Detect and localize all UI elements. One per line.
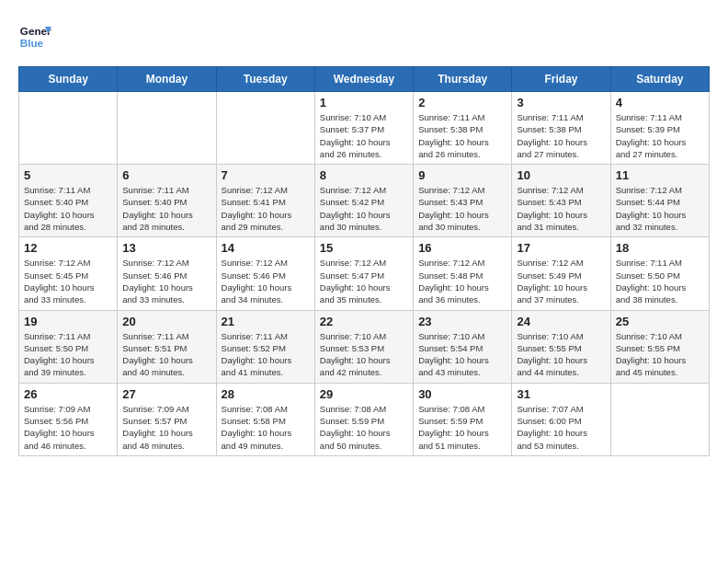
day-of-week-header: Thursday	[414, 67, 512, 92]
calendar-cell: 27Sunrise: 7:09 AMSunset: 5:57 PMDayligh…	[118, 383, 216, 455]
day-info: Sunrise: 7:10 AMSunset: 5:55 PMDaylight:…	[616, 330, 704, 379]
day-number: 17	[517, 241, 605, 255]
day-number: 1	[320, 96, 408, 109]
svg-text:Blue: Blue	[20, 37, 44, 49]
day-number: 13	[122, 241, 210, 255]
calendar-cell: 17Sunrise: 7:12 AMSunset: 5:49 PMDayligh…	[512, 237, 610, 310]
calendar-cell: 25Sunrise: 7:10 AMSunset: 5:55 PMDayligh…	[610, 310, 709, 383]
day-info: Sunrise: 7:08 AMSunset: 5:58 PMDaylight:…	[222, 403, 310, 452]
day-info: Sunrise: 7:12 AMSunset: 5:46 PMDaylight:…	[222, 257, 310, 305]
day-info: Sunrise: 7:12 AMSunset: 5:45 PMDaylight:…	[24, 257, 112, 305]
calendar-cell: 12Sunrise: 7:12 AMSunset: 5:45 PMDayligh…	[19, 237, 118, 310]
logo-icon: General Blue	[18, 18, 51, 52]
page-header: General Blue	[18, 18, 710, 52]
calendar-cell: 3Sunrise: 7:11 AMSunset: 5:38 PMDaylight…	[512, 92, 610, 165]
day-info: Sunrise: 7:12 AMSunset: 5:47 PMDaylight:…	[320, 257, 408, 305]
calendar-week-row: 19Sunrise: 7:11 AMSunset: 5:50 PMDayligh…	[19, 310, 710, 383]
calendar-cell: 6Sunrise: 7:11 AMSunset: 5:40 PMDaylight…	[118, 165, 216, 237]
calendar-week-row: 12Sunrise: 7:12 AMSunset: 5:45 PMDayligh…	[19, 237, 710, 310]
calendar-week-row: 1Sunrise: 7:10 AMSunset: 5:37 PMDaylight…	[19, 92, 710, 165]
day-number: 24	[517, 315, 605, 328]
day-number: 12	[24, 241, 112, 255]
day-number: 28	[222, 387, 310, 401]
day-info: Sunrise: 7:12 AMSunset: 5:42 PMDaylight:…	[320, 184, 408, 233]
svg-text:General: General	[20, 25, 51, 37]
day-number: 7	[222, 168, 310, 182]
day-number: 27	[122, 387, 210, 401]
day-number: 11	[616, 168, 704, 182]
calendar-header: SundayMondayTuesdayWednesdayThursdayFrid…	[19, 67, 710, 92]
day-info: Sunrise: 7:11 AMSunset: 5:40 PMDaylight:…	[122, 184, 210, 233]
day-number: 25	[616, 315, 704, 328]
day-info: Sunrise: 7:11 AMSunset: 5:39 PMDaylight:…	[616, 111, 704, 160]
day-info: Sunrise: 7:12 AMSunset: 5:41 PMDaylight:…	[222, 184, 310, 233]
calendar-cell: 30Sunrise: 7:08 AMSunset: 5:59 PMDayligh…	[414, 383, 512, 455]
day-number: 3	[517, 96, 605, 109]
day-number: 10	[517, 168, 605, 182]
calendar-cell: 21Sunrise: 7:11 AMSunset: 5:52 PMDayligh…	[216, 310, 314, 383]
calendar-cell: 14Sunrise: 7:12 AMSunset: 5:46 PMDayligh…	[216, 237, 314, 310]
calendar-cell: 9Sunrise: 7:12 AMSunset: 5:43 PMDaylight…	[414, 165, 512, 237]
day-of-week-header: Monday	[118, 67, 216, 92]
day-info: Sunrise: 7:10 AMSunset: 5:37 PMDaylight:…	[320, 111, 408, 160]
calendar-cell: 10Sunrise: 7:12 AMSunset: 5:43 PMDayligh…	[512, 165, 610, 237]
day-info: Sunrise: 7:07 AMSunset: 6:00 PMDaylight:…	[517, 403, 605, 452]
day-info: Sunrise: 7:12 AMSunset: 5:48 PMDaylight:…	[418, 257, 506, 305]
day-of-week-header: Saturday	[610, 67, 709, 92]
calendar-cell: 8Sunrise: 7:12 AMSunset: 5:42 PMDaylight…	[314, 165, 413, 237]
day-info: Sunrise: 7:12 AMSunset: 5:43 PMDaylight:…	[418, 184, 506, 233]
calendar-cell: 5Sunrise: 7:11 AMSunset: 5:40 PMDaylight…	[19, 165, 118, 237]
calendar-cell: 2Sunrise: 7:11 AMSunset: 5:38 PMDaylight…	[414, 92, 512, 165]
calendar-cell: 18Sunrise: 7:11 AMSunset: 5:50 PMDayligh…	[610, 237, 709, 310]
day-number: 29	[320, 387, 408, 401]
calendar-body: 1Sunrise: 7:10 AMSunset: 5:37 PMDaylight…	[19, 92, 710, 456]
day-number: 22	[320, 315, 408, 328]
day-info: Sunrise: 7:09 AMSunset: 5:56 PMDaylight:…	[24, 403, 112, 452]
calendar-cell: 19Sunrise: 7:11 AMSunset: 5:50 PMDayligh…	[19, 310, 118, 383]
day-number: 16	[418, 241, 506, 255]
day-number: 4	[616, 96, 704, 109]
calendar-cell: 31Sunrise: 7:07 AMSunset: 6:00 PMDayligh…	[512, 383, 610, 455]
day-number: 15	[320, 241, 408, 255]
calendar-cell: 16Sunrise: 7:12 AMSunset: 5:48 PMDayligh…	[414, 237, 512, 310]
logo: General Blue	[18, 18, 51, 52]
days-of-week-row: SundayMondayTuesdayWednesdayThursdayFrid…	[19, 67, 710, 92]
day-info: Sunrise: 7:10 AMSunset: 5:54 PMDaylight:…	[418, 330, 506, 379]
day-info: Sunrise: 7:10 AMSunset: 5:55 PMDaylight:…	[517, 330, 605, 379]
day-info: Sunrise: 7:11 AMSunset: 5:50 PMDaylight:…	[616, 257, 704, 305]
calendar-cell: 29Sunrise: 7:08 AMSunset: 5:59 PMDayligh…	[314, 383, 413, 455]
calendar-cell	[216, 92, 314, 165]
calendar-table: SundayMondayTuesdayWednesdayThursdayFrid…	[18, 66, 710, 456]
calendar-cell: 22Sunrise: 7:10 AMSunset: 5:53 PMDayligh…	[314, 310, 413, 383]
calendar-cell: 20Sunrise: 7:11 AMSunset: 5:51 PMDayligh…	[118, 310, 216, 383]
day-of-week-header: Wednesday	[314, 67, 413, 92]
day-of-week-header: Friday	[512, 67, 610, 92]
day-number: 19	[24, 315, 112, 328]
day-info: Sunrise: 7:11 AMSunset: 5:40 PMDaylight:…	[24, 184, 112, 233]
day-info: Sunrise: 7:12 AMSunset: 5:43 PMDaylight:…	[517, 184, 605, 233]
day-number: 23	[418, 315, 506, 328]
calendar-cell	[118, 92, 216, 165]
calendar-cell: 28Sunrise: 7:08 AMSunset: 5:58 PMDayligh…	[216, 383, 314, 455]
calendar-cell: 26Sunrise: 7:09 AMSunset: 5:56 PMDayligh…	[19, 383, 118, 455]
day-info: Sunrise: 7:09 AMSunset: 5:57 PMDaylight:…	[122, 403, 210, 452]
calendar-cell: 23Sunrise: 7:10 AMSunset: 5:54 PMDayligh…	[414, 310, 512, 383]
calendar-cell: 1Sunrise: 7:10 AMSunset: 5:37 PMDaylight…	[314, 92, 413, 165]
calendar-cell: 4Sunrise: 7:11 AMSunset: 5:39 PMDaylight…	[610, 92, 709, 165]
day-number: 14	[222, 241, 310, 255]
day-number: 31	[517, 387, 605, 401]
day-info: Sunrise: 7:11 AMSunset: 5:51 PMDaylight:…	[122, 330, 210, 379]
day-info: Sunrise: 7:12 AMSunset: 5:49 PMDaylight:…	[517, 257, 605, 305]
day-of-week-header: Tuesday	[216, 67, 314, 92]
day-info: Sunrise: 7:11 AMSunset: 5:38 PMDaylight:…	[517, 111, 605, 160]
calendar-cell: 13Sunrise: 7:12 AMSunset: 5:46 PMDayligh…	[118, 237, 216, 310]
day-number: 5	[24, 168, 112, 182]
calendar-cell: 11Sunrise: 7:12 AMSunset: 5:44 PMDayligh…	[610, 165, 709, 237]
day-number: 6	[122, 168, 210, 182]
calendar-cell: 7Sunrise: 7:12 AMSunset: 5:41 PMDaylight…	[216, 165, 314, 237]
calendar-week-row: 5Sunrise: 7:11 AMSunset: 5:40 PMDaylight…	[19, 165, 710, 237]
day-number: 2	[418, 96, 506, 109]
calendar-cell	[610, 383, 709, 455]
day-info: Sunrise: 7:12 AMSunset: 5:46 PMDaylight:…	[122, 257, 210, 305]
day-info: Sunrise: 7:10 AMSunset: 5:53 PMDaylight:…	[320, 330, 408, 379]
